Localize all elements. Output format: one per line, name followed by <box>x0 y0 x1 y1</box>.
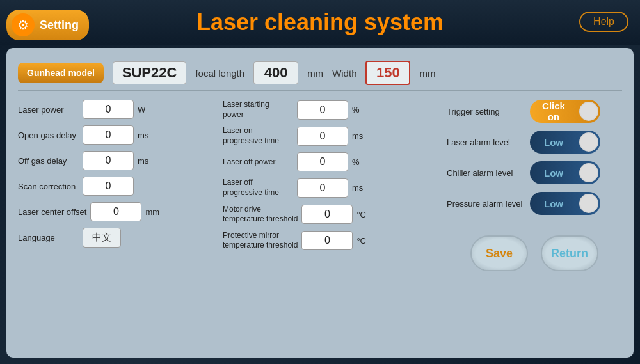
field-laser-power: Laser power W <box>18 100 216 119</box>
laser-off-power-label: Laser off power <box>223 157 293 168</box>
field-open-gas-delay: Open gas delay ms <box>18 125 216 145</box>
laser-off-progressive-time-label: Laser offprogressive time <box>223 178 293 198</box>
laser-off-progressive-time-input[interactable] <box>297 178 348 198</box>
title-bar: ⚙ Setting Laser cleaning system Help <box>0 0 640 45</box>
right-section: Trigger setting Click on Laser alarm lev… <box>447 100 622 271</box>
language-label: Language <box>18 233 79 242</box>
middle-fields: Laser startingpower % Laser onprogressiv… <box>223 100 440 271</box>
laser-alarm-row: Laser alarm level Low <box>447 131 622 154</box>
field-laser-starting-power: Laser startingpower % <box>223 100 440 120</box>
chiller-alarm-row: Chiller alarm level Low <box>447 161 622 184</box>
pressure-alarm-row: Pressure alarm level Low <box>447 192 622 215</box>
laser-alarm-value: Low <box>530 137 577 148</box>
pressure-alarm-circle <box>579 194 598 213</box>
field-protective-mirror-temp: Protective mirrortemperature threshold °… <box>223 231 440 251</box>
laser-off-power-unit: % <box>352 157 365 167</box>
width-input[interactable] <box>365 61 410 85</box>
laser-alarm-button[interactable]: Low <box>530 131 600 154</box>
chiller-alarm-circle <box>579 163 598 182</box>
main-content: Gunhead model SUP22C focal length mm Wid… <box>6 48 634 358</box>
open-gas-delay-label: Open gas delay <box>18 131 79 140</box>
trigger-setting-row: Trigger setting Click on <box>447 100 622 123</box>
laser-starting-power-label: Laser startingpower <box>223 100 293 120</box>
open-gas-delay-unit: ms <box>138 131 150 140</box>
laser-power-label: Laser power <box>18 105 79 115</box>
laser-starting-power-unit: % <box>352 105 365 115</box>
laser-on-progressive-time-input[interactable] <box>297 127 348 146</box>
field-scan-correction: Scan correction <box>18 177 216 196</box>
trigger-toggle-circle <box>579 102 598 121</box>
laser-off-progressive-time-unit: ms <box>352 183 365 193</box>
laser-power-input[interactable] <box>83 100 134 119</box>
field-off-gas-delay: Off gas delay ms <box>18 151 216 170</box>
off-gas-delay-unit: ms <box>138 156 150 166</box>
scan-correction-input[interactable] <box>83 177 134 196</box>
laser-on-progressive-time-unit: ms <box>352 131 365 141</box>
off-gas-delay-label: Off gas delay <box>18 156 79 166</box>
protective-mirror-temp-label: Protective mirrortemperature threshold <box>223 231 298 251</box>
setting-tab[interactable]: ⚙ Setting <box>6 10 89 40</box>
chiller-alarm-label: Chiller alarm level <box>447 168 524 178</box>
model-value: SUP22C <box>113 61 187 84</box>
off-gas-delay-input[interactable] <box>83 151 134 170</box>
top-row: Gunhead model SUP22C focal length mm Wid… <box>18 56 622 91</box>
chiller-alarm-value: Low <box>530 168 577 178</box>
field-laser-off-power: Laser off power % <box>223 152 440 171</box>
focal-length-input[interactable] <box>253 61 298 84</box>
setting-label: Setting <box>40 19 79 32</box>
pressure-alarm-label: Pressure alarm level <box>447 199 524 209</box>
field-language: Language 中文 <box>18 228 216 248</box>
field-motor-drive-temp: Motor drivetemperature threshold °C <box>223 205 440 225</box>
width-unit: mm <box>419 68 435 79</box>
gear-icon: ⚙ <box>12 13 35 36</box>
laser-power-unit: W <box>138 105 150 115</box>
page-title: Laser cleaning system <box>0 9 640 36</box>
laser-center-offset-input[interactable] <box>90 202 141 221</box>
motor-drive-temp-label: Motor drivetemperature threshold <box>223 205 298 225</box>
trigger-toggle-button[interactable]: Click on <box>530 100 600 123</box>
protective-mirror-temp-input[interactable] <box>301 231 353 250</box>
motor-drive-temp-input[interactable] <box>301 205 353 224</box>
open-gas-delay-input[interactable] <box>83 125 134 145</box>
field-laser-off-progressive-time: Laser offprogressive time ms <box>223 178 440 198</box>
chiller-alarm-button[interactable]: Low <box>530 161 600 184</box>
help-button[interactable]: Help <box>579 12 628 32</box>
field-laser-on-progressive-time: Laser onprogressive time ms <box>223 126 440 146</box>
gunhead-model-button[interactable]: Gunhead model <box>18 63 104 83</box>
focal-unit: mm <box>307 68 323 79</box>
pressure-alarm-button[interactable]: Low <box>530 192 600 215</box>
laser-alarm-circle <box>579 132 598 152</box>
laser-alarm-label: Laser alarm level <box>447 138 524 147</box>
scan-correction-label: Scan correction <box>18 182 79 191</box>
focal-label: focal length <box>195 68 244 79</box>
laser-starting-power-input[interactable] <box>297 100 348 120</box>
trigger-toggle-label: Click on <box>530 100 577 122</box>
laser-off-power-input[interactable] <box>297 152 348 171</box>
pressure-alarm-value: Low <box>530 198 577 209</box>
language-button[interactable]: 中文 <box>83 228 121 248</box>
field-laser-center-offset: Laser center offset mm <box>18 202 216 221</box>
width-label: Width <box>332 68 356 79</box>
return-button[interactable]: Return <box>541 235 598 271</box>
left-fields: Laser power W Open gas delay ms Off gas … <box>18 100 216 271</box>
save-button[interactable]: Save <box>470 235 528 271</box>
laser-center-offset-label: Laser center offset <box>18 207 86 217</box>
laser-center-offset-unit: mm <box>145 207 159 217</box>
trigger-setting-label: Trigger setting <box>447 107 524 116</box>
laser-on-progressive-time-label: Laser onprogressive time <box>223 126 293 146</box>
protective-mirror-temp-unit: °C <box>356 236 369 246</box>
motor-drive-temp-unit: °C <box>356 210 369 219</box>
